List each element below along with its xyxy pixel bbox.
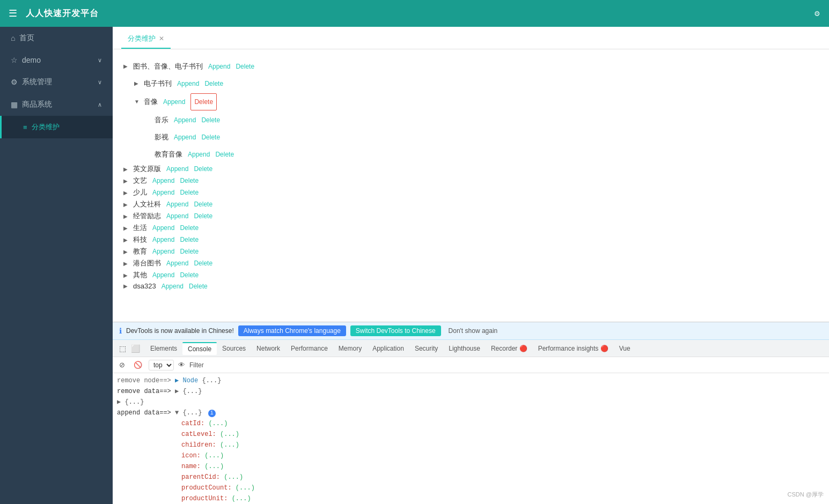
expand-node[interactable]: remove node==> [117,377,175,384]
expand-icon-other[interactable]: ▶ [123,272,131,278]
inspect-icon[interactable]: ⬚ [117,343,128,354]
expand-icon-tech[interactable]: ▶ [123,237,131,243]
expand-icon-life[interactable]: ▶ [123,225,131,231]
delete-other-btn[interactable]: Delete [180,271,199,279]
tab-network[interactable]: Network [251,343,285,354]
tab-performance[interactable]: Performance [285,343,333,354]
node-label-ebooks: 电子书刊 [144,76,172,91]
main-layout: ⌂ 首页 ☆ demo ∨ ⚙ 系统管理 ∨ ▦ 商品系统 ∧ ≡ 分 [0,27,829,504]
expand-icon-english[interactable]: ▶ [123,166,131,172]
delete-ebooks-btn[interactable]: Delete [204,76,223,91]
tab-memory[interactable]: Memory [333,343,367,354]
delete-edu-audio-btn[interactable]: Delete [215,147,234,162]
append-audio-btn[interactable]: Append [163,94,185,109]
tab-application[interactable]: Application [367,343,409,354]
delete-business-btn[interactable]: Delete [194,212,212,220]
device-icon[interactable]: ⬜ [130,343,141,354]
append-edu-audio-btn[interactable]: Append [188,147,210,162]
append-hk-tw-btn[interactable]: Append [166,260,188,267]
append-dsa-btn[interactable]: Append [162,283,184,290]
expand-icon-ebooks[interactable]: ▶ [134,76,142,91]
append-humanities-btn[interactable]: Append [166,201,188,208]
append-other-btn[interactable]: Append [152,271,174,279]
delete-humanities-btn[interactable]: Delete [194,201,212,208]
expand-icon-audio[interactable]: ▼ [134,94,142,109]
append-literature-btn[interactable]: Append [152,177,174,184]
audio-children: 音乐 Append Delete 影视 Append Delete [132,112,820,163]
node-label-life: 生活 [133,223,147,233]
delete-children-btn[interactable]: Delete [180,189,199,196]
delete-life-btn[interactable]: Delete [180,224,199,232]
delete-dsa-btn[interactable]: Delete [189,283,208,290]
delete-audio-btn[interactable]: Delete [190,93,217,110]
expand-icon-children[interactable]: ▶ [123,190,131,196]
append-tech-btn[interactable]: Append [152,236,174,243]
sidebar-goods-label: 商品系统 [22,100,52,109]
tab-lighthouse[interactable]: Lighthouse [443,343,486,354]
sidebar-item-goods[interactable]: ▦ 商品系统 ∧ [0,93,113,116]
delete-hk-tw-btn[interactable]: Delete [194,260,212,267]
delete-books-btn[interactable]: Delete [236,59,254,74]
switch-language-btn[interactable]: Switch DevTools to Chinese [350,325,441,336]
dismiss-btn[interactable]: Don't show again [445,325,501,336]
expand-obj[interactable]: ▶ [117,398,124,406]
tab-sources[interactable]: Sources [217,343,251,354]
append-life-btn[interactable]: Append [152,224,174,232]
append-ebooks-btn[interactable]: Append [177,76,199,91]
console-output[interactable]: remove node==> ▶ Node {...} remove data=… [113,373,829,504]
content-area: 分类维护 ✕ ▶ 图书、音像、电子书刊 Append Delete [113,27,829,504]
match-language-btn[interactable]: Always match Chrome's language [238,325,346,336]
expand-data[interactable]: ▶ [175,388,182,395]
sidebar-item-home[interactable]: ⌂ 首页 [0,27,113,49]
delete-tech-btn[interactable]: Delete [180,236,199,243]
tree-row-music: 音乐 Append Delete [143,112,820,129]
no-entry-icon[interactable]: ⊘ [117,360,127,370]
expand-icon-humanities[interactable]: ▶ [123,202,131,207]
sidebar-item-category[interactable]: ≡ 分类维护 [0,116,113,138]
tab-elements[interactable]: Elements [145,343,182,354]
tab-security[interactable]: Security [409,343,443,354]
delete-film-btn[interactable]: Delete [201,130,220,145]
sidebar-item-system[interactable]: ⚙ 系统管理 ∨ [0,71,113,93]
append-music-btn[interactable]: Append [174,113,196,128]
settings-icon[interactable]: ⚙ [814,10,820,18]
append-english-btn[interactable]: Append [166,165,188,173]
delete-literature-btn[interactable]: Delete [180,177,199,184]
delete-english-btn[interactable]: Delete [194,165,212,173]
prop-children: children: (...) [181,440,825,450]
expand-icon-dsa[interactable]: ▶ [123,283,131,289]
delete-education-btn[interactable]: Delete [180,248,199,255]
append-film-btn[interactable]: Append [174,130,196,145]
expand-icon-education[interactable]: ▶ [123,249,131,255]
hamburger-icon[interactable]: ☰ [9,8,17,19]
notification-text: DevTools is now available in Chinese! [126,327,234,335]
context-select[interactable]: top [149,360,174,370]
clear-icon[interactable]: 🚫 [131,360,144,370]
tab-close-icon[interactable]: ✕ [159,35,164,42]
eye-icon[interactable]: 👁 [178,361,185,369]
append-children-btn[interactable]: Append [152,189,174,196]
tab-recorder[interactable]: Recorder 🔴 [486,343,533,354]
prop-catId: catId: (...) [181,418,825,429]
tab-console[interactable]: Console [182,342,217,355]
expand-icon-literature[interactable]: ▶ [123,178,131,184]
console-text-2: remove data==> [117,388,175,395]
expand-append[interactable]: ▼ [175,409,182,417]
tab-label: 分类维护 [128,34,156,43]
node-label-children: 少儿 [133,188,147,197]
tab-vue[interactable]: Vue [614,343,636,354]
expand-icon-hk-tw[interactable]: ▶ [123,261,131,266]
tab-category[interactable]: 分类维护 ✕ [121,29,171,49]
append-business-btn[interactable]: Append [166,212,188,220]
node-label-music: 音乐 [155,113,168,128]
append-education-btn[interactable]: Append [152,248,174,255]
delete-music-btn[interactable]: Delete [201,113,220,128]
tree-row-business: ▶ 经管励志 Append Delete [121,210,820,222]
expand-icon-business[interactable]: ▶ [123,213,131,219]
sidebar-item-demo[interactable]: ☆ demo ∨ [0,49,113,71]
node-value: ▶ Node [175,377,202,384]
expand-icon-books[interactable]: ▶ [123,59,131,74]
console-line-4: append data==> ▼ {...} i [117,407,825,418]
tab-perf-insights[interactable]: Performance insights 🔴 [533,343,614,354]
append-books-btn[interactable]: Append [208,59,230,74]
